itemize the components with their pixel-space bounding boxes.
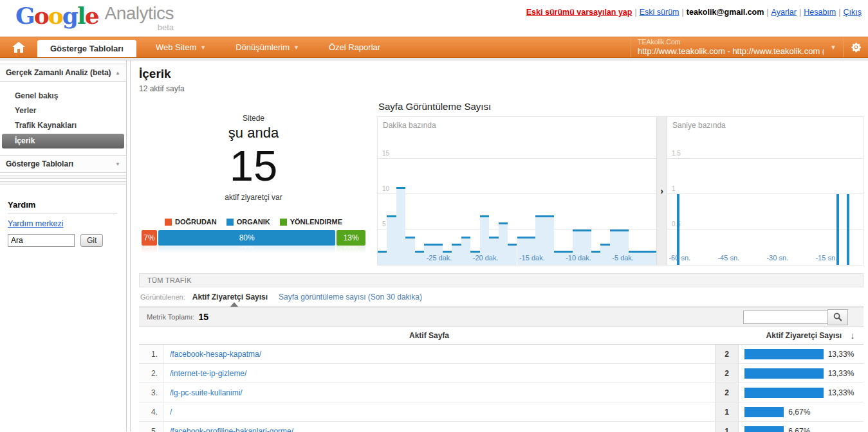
legend-item: ORGANIK — [226, 218, 270, 226]
row-visitor-count: 1 — [715, 402, 739, 421]
tab-custom-reports[interactable]: Özel Raporlar — [319, 37, 391, 57]
home-icon — [12, 42, 25, 53]
minute-bar — [600, 244, 609, 265]
chevron-down-icon: ▼ — [200, 44, 206, 51]
main-nav: Gösterge Tabloları Web Sitem▼ Dönüşümler… — [0, 37, 868, 58]
tab-dashboards[interactable]: Gösterge Tabloları — [37, 40, 136, 57]
collapse-up-icon: ▲ — [115, 70, 120, 76]
collapsed-panel[interactable] — [0, 176, 126, 179]
active-page-link[interactable]: /facebook-hesap-kapatma/ — [170, 350, 261, 359]
tab-my-site[interactable]: Web Sitem▼ — [145, 37, 216, 57]
x-tick-label: -25 dak. — [427, 254, 452, 262]
active-page-link[interactable]: /internet-te-ip-gizleme/ — [170, 369, 246, 378]
percentage-bar — [744, 368, 824, 379]
help-center-link[interactable]: Yardım merkezi — [8, 219, 64, 228]
sort-down-arrow-icon[interactable]: ↓ — [842, 330, 863, 341]
x-tick-label: -10 dak. — [566, 254, 591, 262]
gridline — [378, 158, 656, 159]
pageviews-chart: Sayfa Görüntüleme Sayısı Dakika bazında … — [377, 101, 863, 266]
column-active-page[interactable]: Aktif Sayfa — [139, 331, 719, 340]
row-visitor-count: 2 — [715, 364, 739, 382]
sidebar-section-realtime[interactable]: Gerçek Zamanlı Analiz (beta) ▲ — [0, 64, 126, 82]
minute-bar — [415, 251, 424, 265]
sidebar-item-overview[interactable]: Genel bakış — [0, 89, 126, 104]
tab-my-conversions[interactable]: Dönüşümlerim▼ — [225, 37, 309, 57]
legend-item: DOĞRUDAN — [165, 218, 217, 226]
row-page-cell: /facebook-hesap-kapatma/ — [163, 345, 715, 363]
row-visitor-count: 1 — [715, 422, 739, 432]
percentage-bar — [744, 349, 824, 359]
sidebar-item-content[interactable]: İçerik — [2, 134, 124, 148]
admin-gear-button[interactable] — [843, 37, 868, 57]
column-active-visitors[interactable]: Aktif Ziyaretçi Sayısı — [719, 331, 842, 340]
row-percentage-cell: 6,67% — [739, 422, 863, 432]
minute-bar — [508, 244, 517, 265]
percentage-value: 6,67% — [788, 427, 810, 432]
sidebar-section-dashboards[interactable]: Gösterge Tabloları ▼ — [0, 155, 126, 173]
home-button[interactable] — [0, 37, 37, 57]
traffic-split-bar: 7%80%13% 7%80%13% — [142, 230, 365, 253]
active-page-link[interactable]: /facebook-profiline-bakanlari-gorme/ — [170, 427, 293, 432]
main-panel: İçerik 12 aktif sayfa Sitede şu anda 15 … — [130, 60, 868, 431]
minute-bar — [545, 215, 554, 265]
minute-bar — [591, 251, 600, 265]
table-search-button[interactable] — [827, 309, 848, 325]
analytics-wordmark: Analytics — [105, 4, 174, 24]
old-version-link[interactable]: Eski sürüm — [640, 8, 679, 17]
signout-link[interactable]: Çıkış — [844, 8, 862, 17]
traffic-segment: 13% — [337, 230, 365, 246]
second-bar — [847, 194, 849, 265]
per-minute-chart: Dakika bazında 51015-25 dak.-20 dak.-15 … — [377, 116, 656, 266]
help-search-input[interactable] — [8, 234, 75, 247]
row-visitor-count: 2 — [715, 345, 739, 363]
tab-pageviews-30min[interactable]: Sayfa görüntüleme sayısı (Son 30 dakika) — [279, 292, 422, 302]
my-account-link[interactable]: Hesabım — [804, 8, 836, 17]
tab-active-visitors[interactable]: Aktif Ziyaretçi Sayısı — [192, 292, 268, 302]
minute-bar — [405, 237, 414, 265]
row-page-cell: /internet-te-ip-gizleme/ — [163, 364, 715, 382]
table-search-input[interactable] — [743, 310, 828, 324]
minute-bar — [378, 251, 387, 265]
y-tick-label: 1.5 — [672, 150, 681, 157]
metric-total-value: 15 — [198, 312, 208, 322]
chevron-down-icon: ▼ — [293, 44, 299, 51]
legend-swatch — [165, 219, 172, 226]
percentage-bar — [744, 426, 784, 432]
row-rank: 5. — [139, 422, 163, 432]
collapsed-panel[interactable] — [0, 181, 126, 184]
row-rank: 4. — [139, 402, 163, 421]
y-tick-label: 15 — [382, 150, 389, 157]
metric-total-bar: Metrik Toplamı: 15 — [139, 307, 863, 327]
table-row: 2./internet-te-ip-gizleme/213,33% — [139, 364, 863, 383]
metric-total-label: Metrik Toplamı: — [147, 313, 194, 321]
row-rank: 3. — [139, 383, 163, 402]
counter-line3: aktif ziyaretçi var — [139, 193, 368, 202]
x-tick-label: -5 dak. — [612, 254, 634, 262]
help-title: Yardım — [8, 200, 117, 213]
account-selector[interactable]: TEAkolik.Com http://www.teakolik.com - h… — [631, 37, 843, 57]
active-page-link[interactable]: / — [170, 408, 172, 417]
make-default-link[interactable]: Eski sürümü varsayılan yap — [526, 8, 633, 17]
table-row: 4./16,67% — [139, 402, 863, 422]
header-links: Eski sürümü varsayılan yap|Eski sürüm|te… — [526, 8, 862, 17]
row-rank: 2. — [139, 364, 163, 382]
per-second-chart: Saniye bazında 0.511.5-60 sn.-45 sn.-30 … — [667, 116, 863, 266]
percentage-value: 13,33% — [828, 388, 854, 397]
x-tick-label: -60 sn. — [669, 254, 690, 262]
help-go-button[interactable]: Git — [80, 234, 103, 247]
minute-bar — [461, 237, 470, 265]
minute-bar — [396, 187, 405, 265]
traffic-legend: DOĞRUDANORGANIKYÖNLENDIRME — [139, 218, 368, 226]
settings-link[interactable]: Ayarlar — [771, 8, 797, 17]
active-page-link[interactable]: /lg-pc-suite-kullanimi/ — [170, 388, 243, 397]
per-second-label: Saniye bazında — [672, 121, 726, 130]
active-visitors-value: 15 — [139, 144, 368, 188]
google-analytics-logo: Google Analytics beta — [15, 4, 174, 32]
minute-bar — [554, 251, 563, 265]
gridline — [667, 194, 863, 194]
x-tick-label: -45 sn. — [717, 254, 739, 262]
chart-expand-button[interactable]: › — [656, 116, 667, 266]
sidebar-item-locations[interactable]: Yerler — [0, 104, 126, 118]
sidebar-item-traffic-sources[interactable]: Trafik Kaynakları — [0, 118, 126, 133]
beta-label: beta — [158, 22, 174, 32]
